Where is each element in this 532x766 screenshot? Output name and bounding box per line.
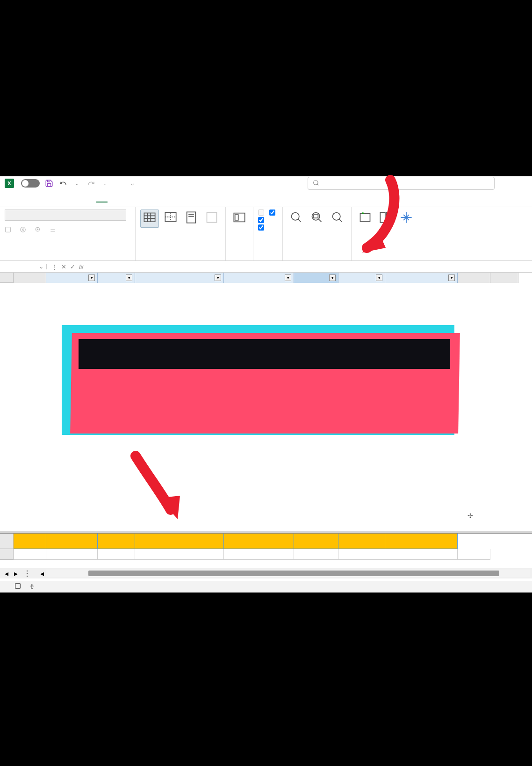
- name-box[interactable]: ⌵: [0, 264, 47, 269]
- tab-formulas[interactable]: [57, 195, 68, 202]
- svg-rect-16: [386, 213, 391, 217]
- filter-dropdown-icon[interactable]: ▾: [215, 275, 221, 281]
- table-header-ngay[interactable]: ▾: [46, 273, 98, 283]
- options-button[interactable]: [50, 226, 58, 233]
- svg-rect-12: [314, 215, 318, 218]
- table-header-donvi[interactable]: ▾: [98, 273, 135, 283]
- custom-views-button[interactable]: [203, 210, 221, 227]
- filter-dropdown-icon[interactable]: ▾: [285, 275, 291, 281]
- svg-rect-17: [386, 218, 391, 222]
- zoom-to-selection-button[interactable]: [329, 210, 346, 227]
- filter-dropdown-icon[interactable]: ▾: [88, 275, 95, 281]
- new-button[interactable]: [35, 226, 43, 233]
- table-header-tinhtrang[interactable]: ▾: [385, 273, 458, 283]
- tab-table-design[interactable]: [136, 195, 147, 202]
- macro-icon[interactable]: [14, 582, 22, 591]
- ribbon-body: [0, 207, 532, 261]
- formula-bar: ⌵ ⋮ ✕ ✓ fx: [0, 261, 532, 273]
- tab-review[interactable]: [83, 195, 94, 202]
- titlebar: X ⌵ ⌵ ⌵: [0, 176, 532, 190]
- tab-insert[interactable]: [31, 195, 42, 202]
- tab-automate[interactable]: [109, 195, 121, 202]
- more-icon[interactable]: ⋮: [51, 263, 58, 270]
- page-layout-button[interactable]: [182, 210, 200, 227]
- sheet-view-combo[interactable]: [5, 210, 126, 221]
- keep-button[interactable]: [5, 226, 13, 233]
- excel-icon: X: [5, 179, 14, 188]
- navigation-button[interactable]: [230, 210, 248, 227]
- total-tien[interactable]: [338, 534, 385, 549]
- filter-dropdown-icon[interactable]: ▾: [126, 275, 132, 281]
- filter-dropdown-icon[interactable]: ▾: [448, 275, 455, 281]
- fx-icon[interactable]: fx: [79, 263, 84, 270]
- undo-icon[interactable]: [58, 179, 68, 188]
- normal-view-button[interactable]: [140, 210, 159, 228]
- svg-rect-15: [380, 213, 385, 223]
- arrange-all-button[interactable]: [377, 210, 395, 227]
- autosave-toggle[interactable]: [19, 179, 40, 188]
- tab-file[interactable]: [5, 195, 16, 202]
- enter-icon[interactable]: ✓: [70, 263, 75, 270]
- table-header-nguoi[interactable]: ▾: [135, 273, 224, 283]
- table-header-thanhtien[interactable]: ▾: [338, 273, 385, 283]
- redo-icon[interactable]: [86, 179, 96, 188]
- tab-view[interactable]: [96, 195, 108, 202]
- table-header-giatri[interactable]: ▾: [224, 273, 294, 283]
- col-header-i[interactable]: [458, 273, 490, 283]
- search-icon: [313, 180, 319, 188]
- save-icon[interactable]: [44, 179, 54, 188]
- row-header-40[interactable]: [0, 534, 14, 549]
- svg-rect-18: [15, 584, 21, 589]
- spreadsheet-grid: ▾ ▾ ▾ ▾ ▾ ▾ ▾: [0, 273, 532, 283]
- search-input[interactable]: [308, 177, 495, 190]
- zoom-button[interactable]: [288, 210, 305, 227]
- filename[interactable]: ⌵: [129, 181, 134, 187]
- tab-home[interactable]: [18, 195, 29, 202]
- svg-point-10: [292, 213, 299, 220]
- svg-point-19: [31, 584, 32, 585]
- cell-cursor-icon: ✢: [466, 512, 474, 520]
- accessibility-status[interactable]: [29, 584, 36, 590]
- tab-data[interactable]: [70, 195, 81, 202]
- scroll-left-icon[interactable]: ◂: [40, 569, 44, 578]
- horizontal-scrollbar[interactable]: ◂ ▸ ⋮ ◂: [0, 568, 532, 578]
- zoom-100-button[interactable]: [308, 210, 326, 227]
- filter-dropdown-icon[interactable]: ▾: [329, 275, 336, 281]
- filter-dropdown-icon[interactable]: ▾: [376, 275, 382, 281]
- svg-rect-7: [207, 213, 217, 223]
- redo-dropdown-icon[interactable]: ⌵: [101, 179, 110, 188]
- total-gt[interactable]: [224, 534, 294, 549]
- col-header-a[interactable]: [14, 273, 46, 283]
- svg-rect-14: [360, 214, 370, 221]
- ruler-checkbox[interactable]: [258, 210, 266, 216]
- tab-help[interactable]: [122, 195, 134, 202]
- sheet-prev-icon[interactable]: ◂: [5, 569, 8, 578]
- table-header-thue[interactable]: ▾: [294, 273, 338, 283]
- overlay-title: [79, 339, 450, 369]
- tab-page-layout[interactable]: [44, 195, 55, 202]
- select-all-corner[interactable]: [0, 273, 14, 283]
- svg-rect-1: [6, 227, 11, 232]
- freeze-panes-button[interactable]: [397, 210, 415, 227]
- gridlines-checkbox[interactable]: [258, 217, 266, 223]
- col-header-j[interactable]: [490, 273, 518, 283]
- ribbon-tabs: [0, 190, 532, 207]
- total-thue[interactable]: [294, 534, 338, 549]
- status-bar: [0, 581, 532, 593]
- new-window-button[interactable]: [356, 210, 374, 227]
- sheet-next-icon[interactable]: ▸: [14, 569, 18, 578]
- row-header-41[interactable]: [0, 549, 14, 560]
- total-row: [14, 534, 458, 549]
- undo-dropdown-icon[interactable]: ⌵: [72, 179, 82, 188]
- formula-bar-checkbox[interactable]: [258, 224, 266, 231]
- svg-rect-9: [235, 215, 238, 220]
- svg-point-13: [333, 213, 340, 220]
- sheet-more-icon[interactable]: ⋮: [23, 569, 31, 578]
- headings-checkbox[interactable]: [269, 210, 278, 216]
- page-break-button[interactable]: [162, 210, 180, 227]
- scroll-thumb[interactable]: [88, 571, 499, 576]
- total-label[interactable]: [135, 534, 224, 549]
- svg-point-11: [312, 213, 320, 220]
- exit-button[interactable]: [20, 226, 28, 233]
- cancel-icon[interactable]: ✕: [61, 263, 66, 270]
